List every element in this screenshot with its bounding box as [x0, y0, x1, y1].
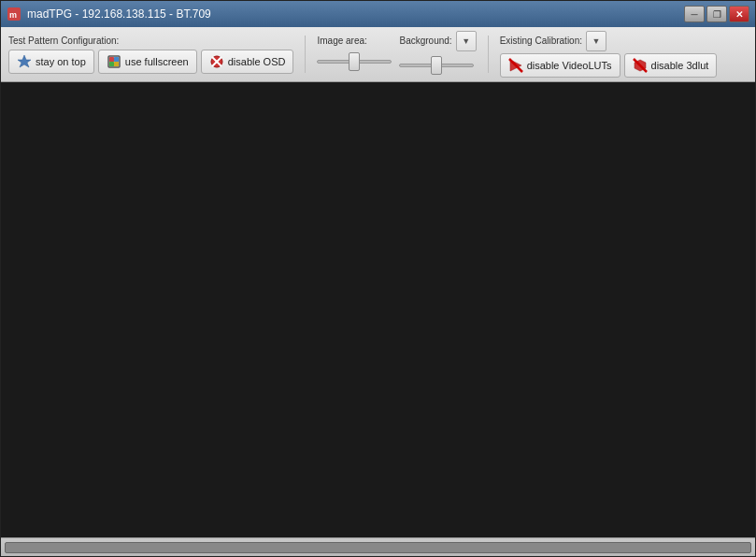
stay-on-top-label: stay on top [36, 56, 86, 67]
disable-osd-button[interactable]: disable OSD [201, 50, 294, 74]
calibration-dropdown[interactable]: ▼ [586, 31, 606, 51]
disable-3dlut-label: disable 3dlut [651, 60, 709, 71]
disable-videoluts-icon [508, 58, 523, 73]
existing-calibration-group: Existing Calibration: ▼ disable VideoLUT… [500, 31, 718, 78]
titlebar-buttons: ─ ❐ ✕ [684, 6, 749, 22]
titlebar-left: m madTPG - 192.168.138.115 - BT.709 [7, 7, 211, 21]
svg-text:m: m [9, 10, 17, 20]
disable-videoluts-button[interactable]: disable VideoLUTs [500, 53, 620, 78]
toolbar: Test Pattern Configuration: stay on top [1, 27, 755, 82]
minimize-button[interactable]: ─ [684, 6, 705, 22]
disable-osd-icon [209, 54, 224, 69]
statusbar [1, 537, 755, 556]
existing-calibration-label: Existing Calibration: [500, 36, 582, 46]
use-fullscreen-button[interactable]: use fullscreen [98, 50, 197, 74]
image-area-group: Image area: [317, 36, 392, 74]
test-pattern-label: Test Pattern Configuration: [8, 36, 293, 46]
background-slider[interactable] [399, 64, 474, 67]
main-canvas [1, 82, 755, 537]
background-group: Background: ▼ [399, 31, 476, 78]
image-area-slider[interactable] [317, 60, 392, 64]
sep1 [305, 36, 306, 73]
status-track [5, 542, 751, 553]
use-fullscreen-label: use fullscreen [125, 56, 189, 67]
fullscreen-icon [107, 54, 121, 69]
disable-3dlut-button[interactable]: disable 3dlut [624, 53, 718, 78]
test-pattern-buttons: stay on top use fullscreen [8, 50, 293, 74]
app-icon: m [7, 7, 21, 21]
disable-osd-label: disable OSD [228, 56, 286, 67]
calibration-buttons: disable VideoLUTs disable 3dlut [500, 53, 718, 78]
test-pattern-group: Test Pattern Configuration: stay on top [8, 36, 293, 74]
background-dropdown[interactable]: ▼ [456, 31, 477, 51]
image-area-label: Image area: [317, 36, 392, 46]
close-button[interactable]: ✕ [729, 6, 749, 22]
stay-on-top-icon [17, 54, 32, 69]
image-area-slider-container [317, 50, 392, 74]
svg-marker-2 [18, 55, 31, 67]
window-title: madTPG - 192.168.138.115 - BT.709 [27, 7, 211, 21]
disable-videoluts-label: disable VideoLUTs [527, 60, 612, 71]
svg-rect-6 [109, 62, 114, 66]
background-slider-container [399, 53, 476, 78]
restore-button[interactable]: ❐ [706, 6, 727, 22]
main-window: m madTPG - 192.168.138.115 - BT.709 ─ ❐ … [0, 0, 756, 557]
titlebar: m madTPG - 192.168.138.115 - BT.709 ─ ❐ … [1, 1, 755, 27]
stay-on-top-button[interactable]: stay on top [8, 50, 94, 74]
sep2 [488, 36, 489, 73]
svg-rect-5 [114, 57, 119, 62]
svg-rect-7 [114, 62, 119, 66]
background-label: Background: [399, 36, 451, 46]
svg-rect-4 [109, 57, 114, 62]
disable-3dlut-icon [633, 58, 648, 73]
